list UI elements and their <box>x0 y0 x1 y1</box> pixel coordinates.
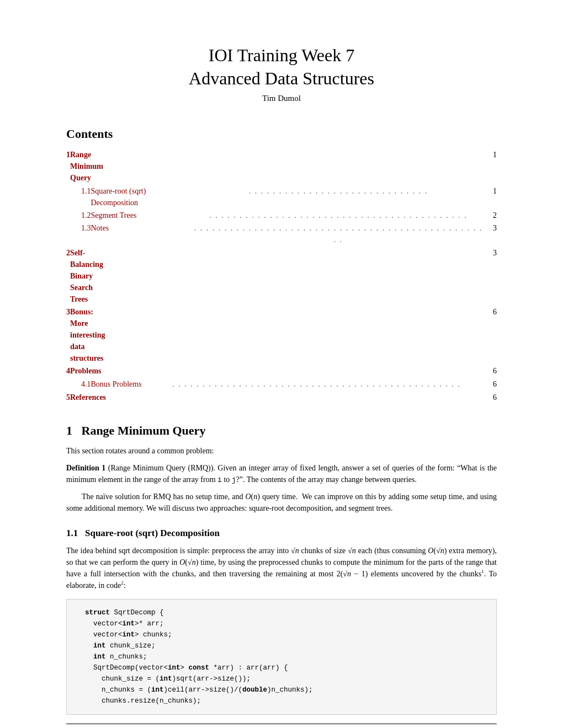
toc-row: 4.1 Bonus Problems . . . . . . . . . . .… <box>66 377 497 391</box>
author: Tim Dumol <box>66 92 497 105</box>
title-block: IOI Training Week 7 Advanced Data Struct… <box>66 44 497 105</box>
toc-label: References <box>70 391 106 404</box>
toc-page: 1 <box>493 148 497 184</box>
toc-num: 5 <box>66 391 70 404</box>
toc-dots <box>106 247 493 306</box>
section-1-title: 1 Range Minimum Query <box>66 421 497 440</box>
toc-row: 1.1 Square-root (sqrt) Decomposition . .… <box>66 184 497 247</box>
toc-label: Range Minimum Query <box>70 148 106 184</box>
page: IOI Training Week 7 Advanced Data Struct… <box>0 0 563 728</box>
toc-num: 1 <box>66 148 70 184</box>
definition-paren: (Range Minimum Query (RMQ)). <box>108 464 218 472</box>
code-block: struct SqrtDecomp { vector<int>* arr; ve… <box>66 599 497 715</box>
title-line1: IOI Training Week 7 <box>209 45 354 65</box>
toc-sub-dots: . . . . . . . . . . . . . . . . . . . . … <box>193 185 484 209</box>
contents-section: Contents 1 Range Minimum Query 1 1.1 <box>66 125 497 404</box>
contents-heading: Contents <box>66 125 497 143</box>
toc-dots <box>106 391 493 404</box>
toc-row: 1 Range Minimum Query 1 <box>66 148 497 184</box>
footnote-ref-2: 2 <box>121 580 124 586</box>
toc-table: 1 Range Minimum Query 1 1.1 Square-root … <box>66 148 497 404</box>
toc-sub-page: 6 <box>484 378 497 390</box>
toc-label: Self-Balancing Binary Search Trees <box>70 247 106 306</box>
toc-sub-num: 4.1 <box>70 378 91 390</box>
section-1-para2: The naïve solution for RMQ has no setup … <box>66 491 497 514</box>
section-1: 1 Range Minimum Query This section rotat… <box>66 421 497 728</box>
toc-row: 4 Problems 6 <box>66 365 497 377</box>
footnote-ref-1: 1 <box>481 569 484 574</box>
subsection-1-1-para: The idea behind sqrt decomposition is si… <box>66 545 497 591</box>
toc-sub-page: 2 <box>484 209 497 222</box>
toc-page: 6 <box>493 365 497 377</box>
toc-row: 3 Bonus: More interesting data structure… <box>66 306 497 365</box>
toc-label: Bonus: More interesting data structures <box>70 306 106 365</box>
definition-label: Definition 1 <box>66 464 108 472</box>
toc-subtable: 1.1 Square-root (sqrt) Decomposition . .… <box>70 185 497 246</box>
toc-sub-page: 3 <box>484 222 497 246</box>
toc-row: 5 References 6 <box>66 391 497 404</box>
toc-subtable: 4.1 Bonus Problems . . . . . . . . . . .… <box>70 378 497 390</box>
toc-sub-dots: . . . . . . . . . . . . . . . . . . . . … <box>193 209 484 222</box>
definition-block: Definition 1 (Range Minimum Query (RMQ))… <box>66 462 497 486</box>
footnotes: 1One can see that this can be extended t… <box>66 724 497 728</box>
toc-dots <box>106 148 493 184</box>
toc-num: 3 <box>66 306 70 365</box>
toc-sub-dots: . . . . . . . . . . . . . . . . . . . . … <box>150 378 484 390</box>
toc-sub-label: Notes <box>91 222 193 246</box>
toc-sub-label: Bonus Problems <box>91 378 150 390</box>
section-1-intro: This section rotates around a common pro… <box>66 445 497 457</box>
toc-page: 6 <box>493 306 497 365</box>
toc-dots <box>106 365 493 377</box>
toc-row: 2 Self-Balancing Binary Search Trees 3 <box>66 247 497 306</box>
toc-sub-label: Segment Trees <box>91 209 193 222</box>
toc-dots <box>106 306 493 365</box>
toc-label: Problems <box>70 365 106 377</box>
toc-sub-page: 1 <box>484 185 497 209</box>
toc-sub-num: 1.1 <box>70 185 91 209</box>
toc-page: 6 <box>493 391 497 404</box>
subsection-1-1-title: 1.1 Square-root (sqrt) Decomposition <box>66 526 497 540</box>
toc-num: 2 <box>66 247 70 306</box>
toc-sub-num: 1.3 <box>70 222 91 246</box>
toc-sub-dots: . . . . . . . . . . . . . . . . . . . . … <box>193 222 484 246</box>
code-i: i <box>217 476 222 484</box>
toc-num: 4 <box>66 365 70 377</box>
toc-sub-num: 1.2 <box>70 209 91 222</box>
title-line2: Advanced Data Structures <box>189 68 374 88</box>
toc-sub-label: Square-root (sqrt) Decomposition <box>91 185 193 209</box>
code-j: j <box>232 476 236 484</box>
definition-text: Definition 1 (Range Minimum Query (RMQ))… <box>66 462 497 486</box>
toc-page: 3 <box>493 247 497 306</box>
main-title: IOI Training Week 7 Advanced Data Struct… <box>66 44 497 90</box>
subsection-1-1: 1.1 Square-root (sqrt) Decomposition The… <box>66 526 497 728</box>
